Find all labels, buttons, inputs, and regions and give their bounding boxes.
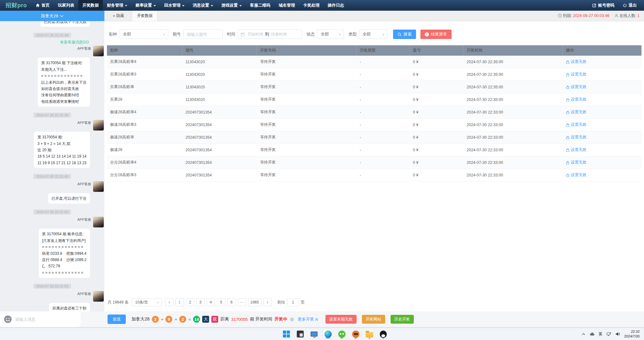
set-invalid-link[interactable]: 设置无效 [566,122,586,127]
page-size-select[interactable]: 10条/页 ∨ [132,298,162,306]
expiry-info: 到期: 2024-08-27 00:03:46 [558,13,609,19]
end-time-placeholder: 结束时间 [271,32,287,37]
page-button[interactable]: 1965 [248,298,261,306]
set-invalid-link[interactable]: 设置无效 [566,72,586,77]
set-invalid-link[interactable]: 设置无效 [566,172,586,178]
set-current-invalid-button[interactable]: 设置本期无效 [325,315,357,324]
nav-menu-item[interactable]: 操作日志 [324,0,348,11]
chat-bubble: 已封盘,封盘线下下注无效 [41,21,90,27]
chat-message-input[interactable] [15,317,77,322]
game-selector[interactable]: 加拿大28 [0,11,104,21]
dark-app-icon[interactable] [295,329,305,339]
gear-icon[interactable] [290,317,294,322]
remote-app-icon[interactable] [309,329,319,339]
account-password-label: 账号密码 [598,3,614,8]
file-explorer-icon[interactable] [364,329,375,339]
nav-menu-item[interactable]: 财务管理 [103,0,131,11]
taskbar-date: 2024/7/30 [624,334,640,339]
nav-menu-item[interactable]: 卡奖处理 [299,0,324,11]
chevron-up-icon[interactable] [581,332,586,337]
cell-lottery: 极速28高赔率 [107,131,182,143]
page-button[interactable]: 2 [186,298,194,306]
set-invalid-link[interactable]: 设置无效 [566,160,586,165]
draw-sum-ball: 14 [193,316,200,323]
nav-menu-item-label: 卡奖处理 [303,3,319,8]
draw-site-button[interactable]: 开奖网站 [362,315,385,324]
draw-time-label: 期 开奖时间 [250,316,272,322]
nav-menu-item[interactable]: 游戏设置 [217,0,246,11]
nav-menu-item[interactable]: 消息设置 [189,0,217,11]
nav-menu-item[interactable]: 回水管理 [160,0,189,11]
history-draws-button[interactable]: 历史开奖 [391,315,414,324]
table-row: 宾果28 113043020 等待开奖 - 0 ¥ 2024-07-30 22:… [107,93,641,106]
online-count: 1 [637,14,640,18]
nav-menu-item[interactable]: 首页 [31,0,54,11]
chat-message-list[interactable]: 已封盘,封盘线下下注无效 2024-07-30 22:31:48 有新客服消息G… [0,21,104,311]
cell-time: 2024-07-30 22:35:00 [464,93,563,106]
search-button[interactable]: 搜索 [393,30,416,39]
nav-menu-item-label: 赔率设置 [136,3,152,8]
nav-menu-item[interactable]: 客服二维码 [246,0,275,11]
draw-data-table: 彩种 期号 开奖号码 开奖类型 盈亏 开奖时间 操作 宾果28高赔率4 1130… [107,45,641,181]
set-invalid-link[interactable]: 设置无效 [566,135,586,140]
issue-input[interactable] [183,30,223,39]
orange-app-icon[interactable] [351,329,361,339]
page-button[interactable]: 1 [175,298,184,306]
expiry-value: 2024-08-27 00:03:46 [573,14,609,18]
speaker-icon[interactable] [615,332,620,337]
onedrive-cloud-icon[interactable] [590,332,595,337]
chat-timestamp: 2024-07-30 22:31:53 [33,284,71,289]
set-invalid-link[interactable]: 设置无效 [566,97,586,102]
new-message-notice[interactable]: 有新客服消息GO [60,40,89,45]
chat-sender-label: APP客服 [77,120,91,125]
more-draws-link[interactable]: 更多开奖 [298,316,318,322]
start-icon[interactable] [281,329,291,339]
status-select[interactable]: 全部 ∨ [317,30,344,39]
edge-icon[interactable] [323,329,333,339]
page-button[interactable]: 6 [227,298,236,306]
qq-icon[interactable] [378,329,388,339]
page-button[interactable]: 4 [207,298,215,306]
type-select[interactable]: 全部 ∨ [359,30,387,39]
lottery-select[interactable]: 全部 ∨ [119,30,168,39]
wechat-icon[interactable] [337,329,347,339]
cell-profit: 0 ¥ [410,144,464,156]
hide-sidebar-tab[interactable]: « 隐藏 [108,11,129,21]
cell-lottery: 分分28高赔率3 [107,169,182,181]
ime-language-indicator[interactable]: 英 [599,332,603,337]
taskbar-clock[interactable]: 22:32 2024/7/30 [624,329,640,339]
date-range-picker[interactable]: 开始时间 到 结束时间 [238,30,302,39]
cell-profit: 0 ¥ [410,56,464,68]
nav-menu-item[interactable]: 玩家列表 [54,0,78,11]
session-info: 到期: 2024-08-27 00:03:46 在线人数: 1 [558,11,644,21]
customer-service-avatar [93,181,104,192]
to-label: 到 [265,31,269,37]
expiry-label: 到期: [563,14,572,18]
col-header-type: 开奖类型 [357,45,410,56]
page-button[interactable]: ··· [238,298,246,306]
settlement-error-button[interactable]: ! 结算异常 [420,30,452,39]
nav-menu-item[interactable]: 开奖数据 [78,0,103,11]
set-invalid-link[interactable]: 设置无效 [566,147,586,153]
send-button[interactable]: 发送 [108,315,126,324]
account-password-button[interactable]: 账号密码 [588,0,619,11]
tab-draw-data[interactable]: 开奖数据 [132,11,158,21]
chat-input-box[interactable] [0,311,80,327]
cell-profit: 0 ¥ [410,131,464,143]
cell-issue: 113043020 [182,81,257,93]
cell-number: 等待开奖 [257,56,357,68]
goto-page-input[interactable] [287,298,299,306]
page-button[interactable]: › [263,298,272,306]
set-invalid-link[interactable]: 设置无效 [566,59,586,64]
set-invalid-link[interactable]: 设置无效 [566,109,586,115]
page-button[interactable]: 5 [217,298,225,306]
page-button[interactable]: ‹ [165,298,174,306]
set-invalid-link[interactable]: 设置无效 [566,84,586,90]
page-button[interactable]: 3 [196,298,205,306]
network-icon[interactable] [607,332,611,337]
nav-menu-item[interactable]: 域名管理 [275,0,299,11]
nav-menu-item[interactable]: 赔率设置 [131,0,160,11]
emoji-icon[interactable] [4,315,12,323]
col-header-number: 开奖号码 [257,45,357,56]
logout-button[interactable]: 退出 [619,0,641,11]
